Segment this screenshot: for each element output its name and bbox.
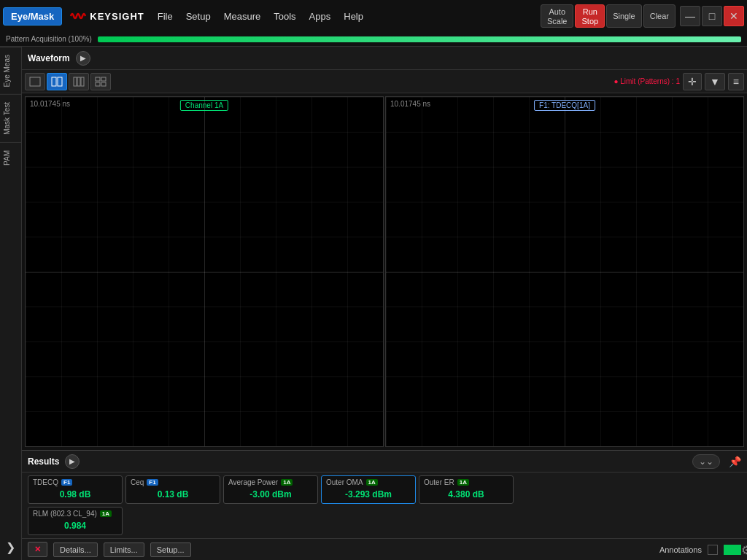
waveform-play-button[interactable]: ▶ [76,50,90,64]
results-header: Results ▶ ⌄⌄ 📌 [22,451,747,472]
view-dual-icon [51,74,63,84]
sidebar-item-pam[interactable]: PAM [0,142,21,173]
menu-setup[interactable]: Setup [180,8,217,25]
svg-rect-5 [81,74,84,83]
progress-track [98,36,741,42]
svg-rect-4 [77,74,80,83]
results-label: Results [28,456,59,467]
menu-tools[interactable]: Tools [268,8,301,25]
results-panel: Results ▶ ⌄⌄ 📌 TDECQ F1 0.98 dB Ceq [22,450,747,560]
sidebar-item-eye-meas[interactable]: Eye Meas [0,47,21,94]
measurements-row2: RLM (802.3 CL_94) 1A 0.984 [22,507,747,538]
keysight-logo-icon [69,10,87,22]
waveform-header: Waveform ▶ [22,47,747,69]
menu-apps[interactable]: Apps [303,8,337,25]
minimize-button[interactable]: — [680,6,700,26]
meas-title-tdecq: TDECQ [33,478,58,486]
meas-badge-ceq: F1 [147,479,158,486]
close-button[interactable]: ✕ [724,6,744,26]
dropdown-button[interactable]: ▼ [705,70,725,88]
measurements-grid: TDECQ F1 0.98 dB Ceq F1 0.13 dB Average … [22,472,747,507]
clear-button[interactable]: Clear [643,4,676,28]
view-triple-icon [73,74,85,84]
meas-cell-tdecq: TDECQ F1 0.98 dB [28,475,123,504]
osc-canvas-blue [386,94,743,446]
view-tools: ● Limit (Patterns) : 1 ✛ ▼ ≡ [614,70,744,88]
osc-panel-f1tdecq[interactable]: 10.01745 ns F1: TDECQ[1A] [385,93,744,447]
meas-value-outer-oma: -3.293 dBm [326,488,411,501]
meas-title-outer-er: Outer ER [424,478,454,486]
menu-help[interactable]: Help [338,8,369,25]
maximize-button[interactable]: □ [702,6,722,26]
svg-rect-8 [96,79,100,83]
meas-value-avg-power: -3.00 dBm [228,488,313,501]
auto-scale-button[interactable]: AutoScale [541,4,574,28]
osc-time-right: 10.01745 ns [390,97,430,105]
osc-channel-label-left: Channel 1A [180,97,228,108]
meas-cell-ceq: Ceq F1 0.13 dB [125,475,220,504]
details-button[interactable]: Details... [53,542,98,557]
meas-title-ceq: Ceq [131,478,144,486]
single-button[interactable]: Single [606,4,642,28]
svg-rect-3 [74,74,77,83]
progress-bar: Pattern Acquisition (100%) [0,32,747,47]
sidebar: Eye Meas Mask Test PAM ❯ [0,47,22,560]
progress-fill [98,36,741,42]
keysight-brand-text: KEYSIGHT [90,11,144,22]
collapse-button[interactable]: ⌄⌄ [692,454,720,469]
view-buttons-bar: ● Limit (Patterns) : 1 ✛ ▼ ≡ [22,69,747,90]
meas-value-outer-er: 4.380 dB [424,488,508,501]
view-triple-button[interactable] [69,70,89,88]
progress-label: Pattern Acquisition (100%) [6,35,92,43]
osc-time-left: 10.01745 ns [30,97,70,105]
pin-button[interactable]: 📌 [729,456,741,467]
meas-cell-outer-er: Outer ER 1A 4.380 dB [419,475,514,504]
meas-badge-avg-power: 1A [281,479,293,486]
meas-cell-rlm: RLM (802.3 CL_94) 1A 0.984 [28,507,123,535]
eye-mask-button[interactable]: Eye/Mask [3,7,62,26]
menu-dots-button[interactable]: ≡ [728,70,744,88]
svg-rect-2 [58,74,62,83]
annotations-color-indicator [724,545,741,555]
meas-value-tdecq: 0.98 dB [33,488,117,501]
oscilloscope-display: 10.01745 ns Channel 1A 10.01745 ns F1: T… [22,90,747,450]
meas-title-outer-oma: Outer OMA [326,478,363,486]
svg-rect-0 [30,74,40,83]
meas-cell-avg-power: Average Power 1A -3.00 dBm [223,475,318,504]
setup-button[interactable]: Setup... [150,542,191,557]
view-dual-button[interactable] [47,70,67,88]
menu-measure[interactable]: Measure [218,8,267,25]
meas-title-avg-power: Average Power [228,478,278,486]
osc-panel-channel1a[interactable]: 10.01745 ns Channel 1A [25,93,384,447]
sidebar-collapse-arrow[interactable]: ❯ [0,534,21,560]
menu-file[interactable]: File [152,8,179,25]
main-area: Eye Meas Mask Test PAM ❯ Waveform ▶ [0,47,747,560]
sidebar-item-mask-test[interactable]: Mask Test [0,94,21,142]
osc-channel-label-right: F1: TDECQ[1A] [534,97,595,108]
keysight-logo: KEYSIGHT [69,10,144,22]
annotations-label: Annotations [659,545,702,554]
view-single-icon [29,74,41,84]
annotations-checkbox[interactable] [708,545,718,555]
meas-badge-outer-er: 1A [457,479,469,486]
limits-button[interactable]: Limits... [104,542,144,557]
annotations-row: ✕ Details... Limits... Setup... Annotati… [22,538,747,560]
view-quad-icon [95,74,107,84]
error-icon: ✕ [34,545,41,554]
crosshair-button[interactable]: ✛ [683,70,702,88]
meas-value-rlm: 0.984 [33,519,117,532]
error-indicator[interactable]: ✕ [28,542,47,557]
results-play-button[interactable]: ▶ [65,454,80,469]
svg-rect-9 [101,79,106,83]
osc-canvas-green [26,94,383,446]
waveform-label: Waveform [28,52,70,62]
meas-value-ceq: 0.13 dB [131,488,215,501]
run-stop-button[interactable]: RunStop [575,4,605,28]
view-single-button[interactable] [25,70,45,88]
svg-rect-1 [52,74,56,83]
meas-cell-outer-oma: Outer OMA 1A -3.293 dBm [321,475,416,504]
meas-badge-outer-oma: 1A [366,479,378,486]
view-quad-button[interactable] [90,70,111,88]
center-panel: Waveform ▶ [22,47,747,560]
svg-rect-6 [96,74,100,78]
